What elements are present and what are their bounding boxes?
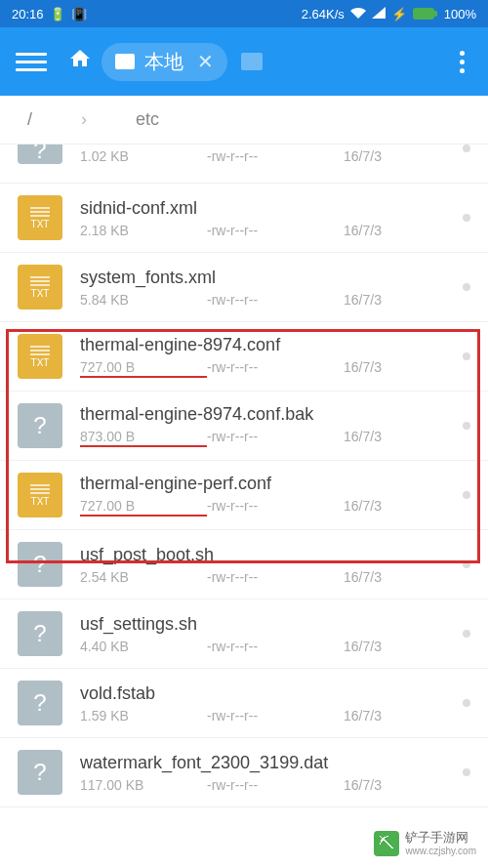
status-bar: 20:16 🔋 📳 2.64K/s ⚡ 100% — [0, 0, 488, 27]
app-bar: 本地 ✕ — [0, 27, 488, 96]
signal-icon — [372, 7, 386, 21]
file-size: 2.54 KB — [80, 569, 207, 585]
row-selector-icon[interactable] — [463, 352, 470, 360]
file-info: vold.fstab1.59 KB-rw-r--r--16/7/3 — [80, 683, 453, 723]
file-name: usf_post_boot.sh — [80, 545, 453, 565]
file-size: 1.59 KB — [80, 708, 207, 723]
battery-pct: 100% — [444, 7, 476, 21]
file-date: 16/7/3 — [344, 569, 382, 585]
file-permissions: -rw-r--r-- — [207, 639, 344, 654]
file-meta: 5.84 KB-rw-r--r--16/7/3 — [80, 292, 453, 308]
file-row[interactable]: TXTsidnid-conf.xml2.18 KB-rw-r--r--16/7/… — [0, 184, 488, 253]
more-button[interactable] — [452, 43, 472, 81]
file-info: 1.02 KB-rw-r--r--16/7/3 — [80, 145, 453, 164]
new-tab-button[interactable] — [241, 53, 263, 70]
wifi-icon — [350, 7, 366, 21]
file-size: 727.00 B — [80, 359, 207, 378]
file-date: 16/7/3 — [344, 148, 382, 164]
vibrate-icon: 📳 — [71, 7, 87, 21]
file-size: 727.00 B — [80, 498, 207, 517]
file-info: thermal-engine-8974.conf.bak873.00 B-rw-… — [80, 404, 453, 447]
file-info: sidnid-conf.xml2.18 KB-rw-r--r--16/7/3 — [80, 198, 453, 238]
storage-icon — [115, 54, 135, 69]
breadcrumb-root[interactable]: / — [27, 109, 32, 130]
file-meta: 727.00 B-rw-r--r--16/7/3 — [80, 498, 453, 517]
row-selector-icon[interactable] — [463, 699, 470, 707]
file-meta: 727.00 B-rw-r--r--16/7/3 — [80, 359, 453, 378]
file-meta: 2.18 KB-rw-r--r--16/7/3 — [80, 223, 453, 238]
home-button[interactable] — [68, 47, 92, 76]
file-meta: 2.54 KB-rw-r--r--16/7/3 — [80, 569, 453, 585]
file-info: usf_settings.sh4.40 KB-rw-r--r--16/7/3 — [80, 614, 453, 654]
net-speed: 2.64K/s — [302, 7, 345, 21]
row-selector-icon[interactable] — [463, 491, 470, 499]
file-size: 117.00 KB — [80, 777, 207, 793]
file-info: thermal-engine-perf.conf727.00 B-rw-r--r… — [80, 474, 453, 517]
row-selector-icon[interactable] — [463, 768, 470, 776]
file-permissions: -rw-r--r-- — [207, 708, 344, 723]
unknown-file-icon: ? — [18, 542, 62, 587]
file-name: sidnid-conf.xml — [80, 198, 453, 219]
file-info: system_fonts.xml5.84 KB-rw-r--r--16/7/3 — [80, 268, 453, 308]
file-row[interactable]: ?vold.fstab1.59 KB-rw-r--r--16/7/3 — [0, 669, 488, 738]
menu-button[interactable] — [16, 46, 47, 77]
file-row[interactable]: TXTthermal-engine-perf.conf727.00 B-rw-r… — [0, 461, 488, 530]
file-name: system_fonts.xml — [80, 268, 453, 288]
battery-saver-icon: 🔋 — [50, 7, 65, 21]
file-size: 5.84 KB — [80, 292, 207, 308]
file-info: thermal-engine-8974.conf727.00 B-rw-r--r… — [80, 335, 453, 378]
file-date: 16/7/3 — [344, 777, 382, 793]
file-row[interactable]: ?1.02 KB-rw-r--r--16/7/3 — [0, 145, 488, 184]
file-row[interactable]: ?thermal-engine-8974.conf.bak873.00 B-rw… — [0, 392, 488, 461]
file-name: thermal-engine-8974.conf — [80, 335, 453, 355]
location-chip[interactable]: 本地 ✕ — [102, 43, 227, 81]
file-name: vold.fstab — [80, 683, 453, 704]
unknown-file-icon: ? — [18, 750, 62, 795]
row-selector-icon[interactable] — [463, 145, 470, 152]
txt-file-icon: TXT — [18, 473, 62, 517]
file-size: 4.40 KB — [80, 639, 207, 654]
file-meta: 1.59 KB-rw-r--r--16/7/3 — [80, 708, 453, 723]
file-name: thermal-engine-perf.conf — [80, 474, 453, 494]
file-row[interactable]: TXTthermal-engine-8974.conf727.00 B-rw-r… — [0, 322, 488, 392]
status-time: 20:16 — [12, 7, 44, 21]
breadcrumb[interactable]: / › etc — [0, 96, 488, 145]
chevron-right-icon: › — [81, 109, 87, 130]
file-date: 16/7/3 — [344, 429, 382, 447]
file-name: usf_settings.sh — [80, 614, 453, 635]
file-meta: 117.00 KB-rw-r--r--16/7/3 — [80, 777, 453, 793]
row-selector-icon[interactable] — [463, 630, 470, 638]
battery-icon — [413, 7, 438, 21]
watermark-title: 铲子手游网 — [405, 831, 476, 845]
close-tab-icon[interactable]: ✕ — [197, 50, 214, 73]
watermark: ⛏ 铲子手游网 www.czjshy.com — [374, 831, 476, 856]
unknown-file-icon: ? — [18, 681, 62, 725]
file-permissions: -rw-r--r-- — [207, 569, 344, 585]
txt-file-icon: TXT — [18, 195, 62, 240]
file-row[interactable]: ?watermark_font_2300_3199.dat117.00 KB-r… — [0, 738, 488, 807]
file-name: watermark_font_2300_3199.dat — [80, 753, 453, 773]
row-selector-icon[interactable] — [463, 560, 470, 568]
row-selector-icon[interactable] — [463, 283, 470, 291]
file-date: 16/7/3 — [344, 498, 382, 517]
file-row[interactable]: ?usf_settings.sh4.40 KB-rw-r--r--16/7/3 — [0, 599, 488, 669]
file-permissions: -rw-r--r-- — [207, 292, 344, 308]
file-list[interactable]: ?1.02 KB-rw-r--r--16/7/3TXTsidnid-conf.x… — [0, 145, 488, 868]
file-info: usf_post_boot.sh2.54 KB-rw-r--r--16/7/3 — [80, 545, 453, 585]
unknown-file-icon: ? — [18, 403, 62, 448]
file-date: 16/7/3 — [344, 223, 382, 238]
file-date: 16/7/3 — [344, 359, 382, 378]
file-size: 873.00 B — [80, 429, 207, 447]
file-meta: 873.00 B-rw-r--r--16/7/3 — [80, 429, 453, 447]
breadcrumb-current[interactable]: etc — [136, 109, 159, 130]
file-date: 16/7/3 — [344, 639, 382, 654]
file-row[interactable]: TXTsystem_fonts.xml5.84 KB-rw-r--r--16/7… — [0, 253, 488, 322]
file-permissions: -rw-r--r-- — [207, 223, 344, 238]
file-size: 1.02 KB — [80, 148, 207, 164]
file-row[interactable]: ?usf_post_boot.sh2.54 KB-rw-r--r--16/7/3 — [0, 530, 488, 599]
row-selector-icon[interactable] — [463, 214, 470, 222]
unknown-file-icon: ? — [18, 145, 62, 164]
file-permissions: -rw-r--r-- — [207, 359, 344, 378]
row-selector-icon[interactable] — [463, 422, 470, 430]
file-meta: 4.40 KB-rw-r--r--16/7/3 — [80, 639, 453, 654]
